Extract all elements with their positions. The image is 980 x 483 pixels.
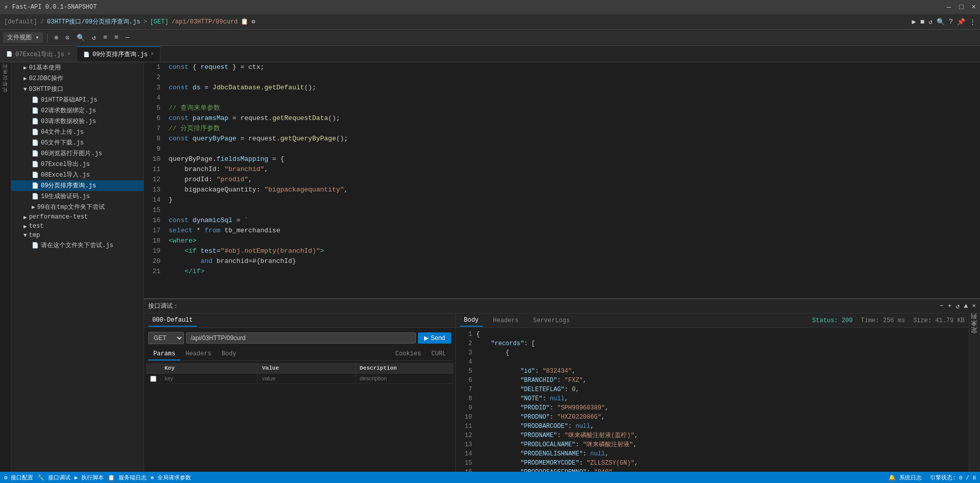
status-connect-config[interactable]: ⚙ 接口配置 <box>4 474 33 481</box>
bottom-refresh-btn[interactable]: ↺ <box>956 302 960 310</box>
curl-tab[interactable]: CURL <box>426 348 451 360</box>
reload-btn[interactable]: ↺ <box>89 33 99 43</box>
breadcrumb-settings-icon[interactable]: ⚙ <box>251 18 255 26</box>
tab-pagination-query[interactable]: 📄 09分页排序查询.js × <box>77 46 160 62</box>
api-default-tab[interactable]: 000-Default <box>148 315 197 327</box>
sidebar-item-basics[interactable]: ▶ 01基本使用 <box>11 62 144 73</box>
minimize-icon[interactable]: — <box>947 3 951 11</box>
json-line-2: 2 "records": [ <box>460 339 965 348</box>
right-icon-3[interactable]: 来 <box>969 330 980 334</box>
params-table-header: Key Value Description <box>146 363 453 374</box>
status-run-script[interactable]: ▶ 执行脚本 <box>75 474 104 481</box>
sidebar-item-request-validate[interactable]: 📄 03请求数据校验.js <box>11 116 144 127</box>
row-key[interactable] <box>160 374 258 383</box>
align-right-btn[interactable]: ≡ <box>112 33 121 42</box>
bottom-close-btn[interactable]: × <box>972 302 976 310</box>
bottom-area: 接口调试： − + ↺ ▲ × 000-Default <box>144 298 980 472</box>
status-sys-log[interactable]: 🔔 系统日志 <box>889 474 922 481</box>
sidebar-item-upload[interactable]: 📄 04文件上传.js <box>11 127 144 137</box>
sidebar-item-captcha[interactable]: 📄 10生成验证码.js <box>11 191 144 202</box>
sidebar-item-request-bind[interactable]: 📄 02请求数据绑定.js <box>11 105 144 116</box>
params-tab[interactable]: Params <box>148 348 180 360</box>
api-console-left: 000-Default GET POST PUT DELETE <box>144 313 456 472</box>
row-desc[interactable] <box>356 374 453 383</box>
run-icon[interactable]: ▶ <box>912 17 916 26</box>
json-line-1: 1{ <box>460 330 965 339</box>
side-icon-init[interactable]: 初 <box>1 89 10 93</box>
row-value[interactable] <box>258 374 356 383</box>
search-btn[interactable]: 🔍 <box>74 33 87 43</box>
file-icon: 📄 <box>32 193 39 200</box>
bottom-add-btn[interactable]: + <box>948 302 952 310</box>
sidebar-label: 07Excel导出.js <box>41 160 90 168</box>
close-icon[interactable]: × <box>972 3 976 11</box>
right-icon-2[interactable]: 列 <box>969 323 980 327</box>
response-serverlogs-tab[interactable]: ServerLogs <box>529 315 574 326</box>
status-global-params[interactable]: ⊕ 全局请求参数 <box>151 474 191 481</box>
response-body[interactable]: 1{ 2 "records": [ 3 { 4 5 "id": "832434"… <box>456 328 969 472</box>
tab-excel-export[interactable]: 📄 07Excel导出.js × <box>0 46 77 62</box>
sidebar-item-test[interactable]: ▶ test <box>11 222 144 231</box>
sidebar-item-tmp-test[interactable]: ▶ 99在在tmp文件夹下尝试 <box>11 202 144 212</box>
sidebar-item-excel-import[interactable]: 📄 08Excel导入.js <box>11 170 144 180</box>
sidebar-item-try-here[interactable]: 📄 请在这个文件夹下尝试.js <box>11 240 144 251</box>
value-input[interactable] <box>262 375 351 381</box>
tab-icon: 📄 <box>6 51 12 57</box>
right-icon-1[interactable]: 接 <box>969 316 980 320</box>
side-icon-list[interactable]: 列 <box>1 70 10 75</box>
file-view-btn[interactable]: 文件视图 ▾ <box>3 32 43 43</box>
bottom-collapse-btn[interactable]: ▲ <box>964 302 968 310</box>
response-headers-tab[interactable]: Headers <box>489 315 523 326</box>
sidebar-item-perf[interactable]: ▶ performance-test <box>11 212 144 222</box>
side-icon-connect[interactable]: 接 <box>1 64 10 68</box>
param-checkbox[interactable] <box>150 376 156 382</box>
sidebar-item-http-basic[interactable]: 📄 01HTTP基础API.js <box>11 94 144 105</box>
status-server-log[interactable]: 📋 服务端日志 <box>108 474 147 481</box>
stop-icon[interactable]: ■ <box>920 18 924 26</box>
row-checkbox[interactable] <box>146 374 160 383</box>
response-body-tab[interactable]: Body <box>460 315 483 327</box>
key-input[interactable] <box>165 375 253 381</box>
editor-content[interactable]: 12345 678910 1112131415 1617181920 21 co… <box>144 62 980 298</box>
sidebar-item-tmp[interactable]: ▼ tmp <box>11 231 144 240</box>
sidebar-item-browser-image[interactable]: 📄 06浏览器打开图片.js <box>11 148 144 159</box>
file-icon: 📄 <box>32 118 39 125</box>
col-value-header: Value <box>258 363 356 373</box>
side-icons: 接 列 来 定 初 化 <box>0 62 11 472</box>
desc-input[interactable] <box>360 375 449 381</box>
refresh-btn[interactable]: ⊙ <box>63 33 72 43</box>
minimize-btn[interactable]: — <box>123 33 132 42</box>
code-editor[interactable]: const { request } = ctx; const ds = Jdbc… <box>165 62 980 298</box>
right-icon-4[interactable]: 定 <box>969 337 980 341</box>
more-icon[interactable]: ⋮ <box>969 18 976 26</box>
body-tab[interactable]: Body <box>217 348 242 360</box>
align-left-btn[interactable]: ≡ <box>101 33 110 42</box>
new-file-btn[interactable]: ⊕ <box>52 33 61 43</box>
sidebar-item-download[interactable]: 📄 05文件下载.js <box>11 137 144 148</box>
maximize-icon[interactable]: □ <box>959 3 963 11</box>
side-icon-come[interactable]: 来 <box>1 77 10 81</box>
bottom-minimize-btn[interactable]: − <box>940 302 944 310</box>
pin-icon[interactable]: 📌 <box>957 18 965 26</box>
sidebar-item-pagination[interactable]: 📄 09分页排序查询.js <box>11 180 144 191</box>
side-icon-hua[interactable]: 化 <box>1 95 10 99</box>
col-check-header <box>146 363 160 373</box>
tab-close-active[interactable]: × <box>151 52 154 57</box>
side-icon-define[interactable]: 定 <box>1 83 10 87</box>
search-icon[interactable]: 🔍 <box>937 18 945 26</box>
http-method-select[interactable]: GET POST PUT DELETE <box>148 332 184 344</box>
status-api-debug[interactable]: 🔧 接口调试 <box>37 474 71 481</box>
sidebar-item-jdbc[interactable]: ▶ 02JDBC操作 <box>11 73 144 84</box>
headers-tab[interactable]: Headers <box>180 348 216 360</box>
breadcrumb-path[interactable]: 03HTTP接口/09分页排序查询.js <box>47 17 140 26</box>
tab-close[interactable]: × <box>67 52 71 57</box>
cookies-tab[interactable]: Cookies <box>390 348 426 360</box>
url-input[interactable] <box>186 332 416 344</box>
reload-icon[interactable]: ↺ <box>928 18 932 26</box>
bottom-header: 接口调试： − + ↺ ▲ × <box>144 299 980 313</box>
breadcrumb-copy-icon[interactable]: 📋 <box>241 18 248 26</box>
sidebar-item-excel-export[interactable]: 📄 07Excel导出.js <box>11 159 144 170</box>
send-button[interactable]: ▶ Send <box>418 332 451 344</box>
sidebar-item-http[interactable]: ▼ 03HTTP接口 <box>11 84 144 94</box>
help-icon[interactable]: ? <box>949 18 953 26</box>
